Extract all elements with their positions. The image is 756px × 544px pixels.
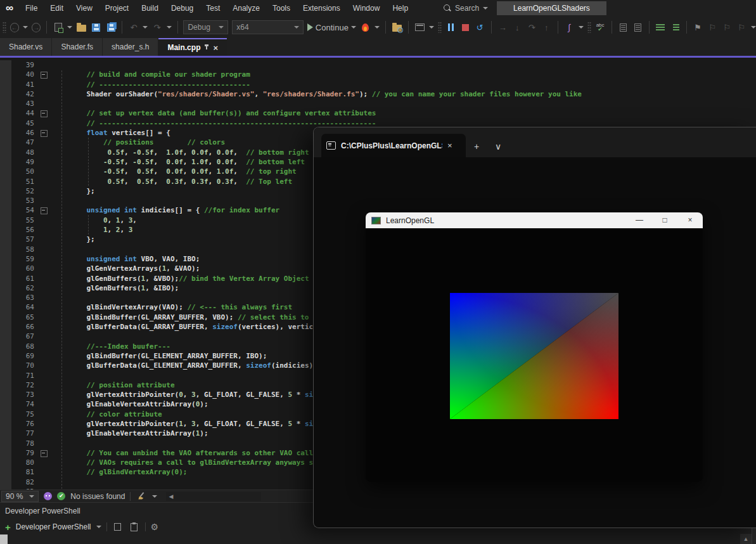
- code-cleanup-dropdown[interactable]: [152, 495, 157, 498]
- panel-scrollbar-track[interactable]: [752, 528, 756, 544]
- copy-icon[interactable]: [112, 521, 124, 533]
- indent-increase-icon[interactable]: [670, 21, 681, 34]
- learnopengl-window[interactable]: LearnOpenGL — □ ×: [366, 212, 703, 482]
- next-bookmark-icon[interactable]: ⚐: [722, 21, 733, 34]
- menu-project[interactable]: Project: [99, 4, 135, 13]
- terminal-profile-label[interactable]: Developer PowerShell: [16, 522, 91, 531]
- indent-decrease-icon[interactable]: [655, 21, 666, 34]
- copilot-icon[interactable]: [44, 492, 52, 500]
- code-line[interactable]: 41 // ----------------------------------…: [0, 80, 756, 89]
- gear-icon[interactable]: ⚙: [151, 522, 159, 532]
- search-control[interactable]: Search: [444, 4, 488, 13]
- peek-definition-icon[interactable]: [632, 21, 643, 34]
- breakpoints-dropdown[interactable]: [429, 26, 434, 29]
- menu-help[interactable]: Help: [386, 4, 414, 13]
- bookmarks-dropdown[interactable]: [751, 26, 756, 29]
- scroll-left-icon[interactable]: ◀: [166, 493, 176, 500]
- code-line[interactable]: 44 // set up vertex data (and buffer(s))…: [0, 108, 756, 118]
- terminal-profile-dropdown[interactable]: [96, 526, 101, 528]
- previous-bookmark-icon[interactable]: ⚐: [707, 21, 718, 34]
- health-check-icon[interactable]: ✔: [57, 492, 65, 500]
- menu-edit[interactable]: Edit: [44, 4, 70, 13]
- horizontal-scrollbar[interactable]: ◀: [166, 492, 261, 501]
- tab-shader_s.h[interactable]: shader_s.h: [103, 38, 158, 56]
- redo-icon[interactable]: ↷: [151, 21, 162, 34]
- toggle-bookmark-icon[interactable]: ⚑: [693, 21, 703, 34]
- maximize-icon[interactable]: □: [652, 212, 677, 228]
- menu-test[interactable]: Test: [200, 4, 226, 13]
- learnopengl-title-bar[interactable]: LearnOpenGL — □ ×: [366, 212, 703, 228]
- menu-debug[interactable]: Debug: [165, 4, 200, 13]
- fold-marker[interactable]: [34, 128, 53, 138]
- zoom-level-dropdown[interactable]: 90 %: [1, 491, 39, 502]
- terminal-body[interactable]: LearnOpenGL — □ ×: [314, 157, 756, 528]
- code-cleanup-icon[interactable]: [136, 490, 147, 503]
- continue-button[interactable]: Continue: [307, 21, 356, 34]
- menu-window[interactable]: Window: [347, 4, 387, 13]
- navigate-back-dropdown[interactable]: [23, 26, 28, 29]
- new-project-dropdown[interactable]: [67, 26, 72, 29]
- redo-dropdown[interactable]: [167, 26, 172, 29]
- tab-shader.vs[interactable]: Shader.vs: [0, 38, 51, 56]
- intellicode-dropdown[interactable]: [579, 26, 584, 29]
- minimize-icon[interactable]: —: [627, 212, 652, 228]
- terminal-tab[interactable]: C:\CPlusPlus\LearnOpenGLSh ×: [321, 134, 466, 157]
- fold-marker[interactable]: [34, 448, 53, 458]
- stop-icon[interactable]: [460, 21, 471, 34]
- new-terminal-icon[interactable]: +: [5, 522, 11, 533]
- code-line[interactable]: 40 // build and compile our shader progr…: [0, 70, 756, 79]
- undo-icon[interactable]: ↶: [128, 21, 139, 34]
- pause-icon[interactable]: [445, 21, 456, 34]
- close-icon[interactable]: ×: [447, 141, 452, 150]
- scroll-up-icon[interactable]: ▲: [740, 534, 752, 544]
- navigate-back-icon[interactable]: ←: [10, 23, 19, 32]
- fold-marker[interactable]: [34, 70, 53, 79]
- hot-reload-icon[interactable]: [360, 21, 371, 34]
- step-into-icon[interactable]: ↓: [512, 21, 523, 34]
- toolbar-grip[interactable]: [587, 22, 591, 33]
- new-tab-icon[interactable]: +: [466, 136, 487, 157]
- menu-analyze[interactable]: Analyze: [226, 4, 266, 13]
- paste-icon[interactable]: [129, 521, 140, 533]
- code-line[interactable]: 39: [0, 60, 756, 70]
- rename-icon[interactable]: [618, 21, 629, 34]
- spell-checker-icon[interactable]: abc✔: [595, 21, 606, 34]
- toolbar-grip[interactable]: [3, 22, 6, 33]
- close-icon[interactable]: ×: [213, 44, 218, 52]
- windows-terminal-window[interactable]: C:\CPlusPlus\LearnOpenGLSh × + ∨ LearnOp…: [313, 127, 756, 528]
- step-over-icon[interactable]: ↷: [527, 21, 537, 34]
- close-icon[interactable]: ×: [677, 212, 703, 228]
- pin-icon[interactable]: [204, 44, 209, 51]
- hot-reload-dropdown[interactable]: [375, 26, 380, 29]
- save-all-icon[interactable]: [105, 21, 116, 34]
- toolbar-grip[interactable]: [438, 22, 442, 33]
- new-project-icon[interactable]: [53, 21, 63, 34]
- continue-dropdown[interactable]: [351, 26, 356, 29]
- navigate-forward-icon[interactable]: →: [32, 23, 41, 32]
- step-out-icon[interactable]: ↑: [541, 21, 552, 34]
- find-in-files-icon[interactable]: [392, 21, 402, 34]
- menu-file[interactable]: File: [19, 4, 44, 13]
- code-line[interactable]: 43: [0, 99, 756, 108]
- fold-marker[interactable]: [34, 205, 53, 215]
- save-icon[interactable]: [91, 21, 101, 34]
- tab-main.cpp[interactable]: Main.cpp×: [158, 38, 227, 56]
- breakpoints-window-icon[interactable]: [414, 21, 425, 34]
- tab-shader.fs[interactable]: Shader.fs: [52, 38, 102, 56]
- code-line[interactable]: 42 Shader ourShader("res/shaders/Shader.…: [0, 89, 756, 99]
- restart-icon[interactable]: ↺: [475, 21, 485, 34]
- solution-platform-dropdown[interactable]: x64: [232, 20, 304, 34]
- undo-dropdown[interactable]: [143, 26, 148, 29]
- fold-gutter: [34, 148, 53, 157]
- menu-view[interactable]: View: [70, 4, 99, 13]
- menu-tools[interactable]: Tools: [266, 4, 297, 13]
- solution-configuration-dropdown[interactable]: Debug: [183, 20, 228, 34]
- menu-extensions[interactable]: Extensions: [297, 4, 347, 13]
- clear-bookmarks-icon[interactable]: ⚐: [736, 21, 747, 34]
- menu-build[interactable]: Build: [135, 4, 165, 13]
- run-to-cursor-icon[interactable]: →: [497, 21, 508, 34]
- fold-marker[interactable]: [34, 108, 53, 118]
- intellicode-icon[interactable]: ∫: [564, 21, 575, 34]
- tab-dropdown-icon[interactable]: ∨: [487, 136, 509, 157]
- open-folder-icon[interactable]: [76, 21, 87, 34]
